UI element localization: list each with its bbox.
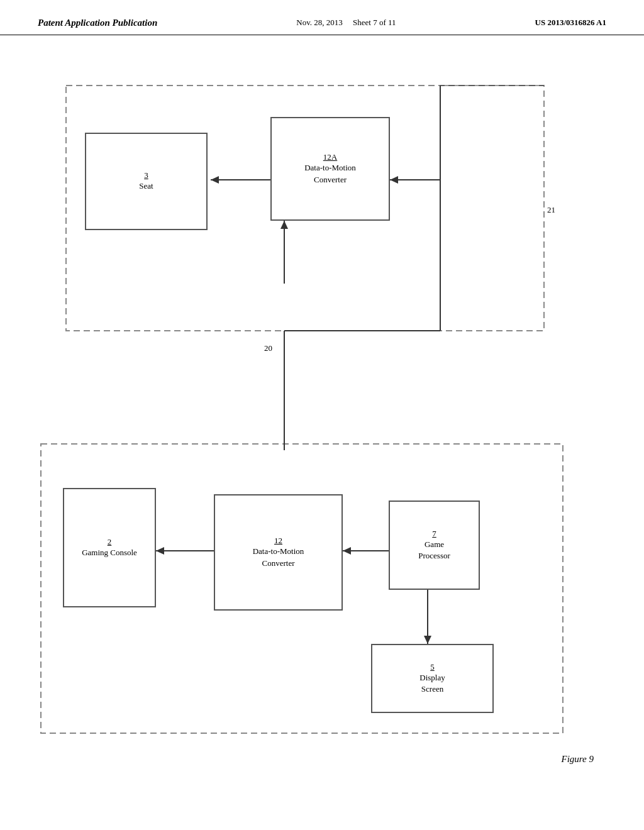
data-to-motion-lower-box: 12 Data-to-MotionConverter <box>214 494 343 611</box>
arrow-head-down-1 <box>424 636 431 644</box>
sheet-info: Sheet 7 of 11 <box>353 18 396 27</box>
diagram-area: 21 3 Seat 12A Data-to-MotionConverter 20… <box>0 35 644 815</box>
publication-number: US 2013/0316826 A1 <box>535 18 606 28</box>
seat-number: 3 <box>139 170 153 180</box>
arrow-head-left-3 <box>343 547 351 555</box>
gaming-console-box: 2 Gaming Console <box>63 488 156 607</box>
seat-box: 3 Seat <box>85 133 208 230</box>
arrow-head-left-1 <box>211 176 219 184</box>
publication-date: Nov. 28, 2013 <box>296 18 343 27</box>
display-screen-label: DisplayScreen <box>419 672 445 695</box>
game-processor-label: GameProcessor <box>418 539 450 562</box>
publication-title: Patent Application Publication <box>38 18 157 28</box>
display-screen-box: 5 DisplayScreen <box>371 644 494 713</box>
arrow-head-left-4 <box>156 547 164 555</box>
gaming-console-number: 2 <box>82 537 137 547</box>
label-20: 20 <box>264 343 272 353</box>
seat-label: Seat <box>139 180 153 192</box>
dtm-upper-number: 12A <box>304 152 356 162</box>
page-header: Patent Application Publication Nov. 28, … <box>0 0 644 35</box>
dtm-lower-label: Data-to-MotionConverter <box>253 546 304 568</box>
display-screen-number: 5 <box>419 662 445 672</box>
figure-label: Figure 9 <box>561 754 594 765</box>
dtm-upper-label: Data-to-MotionConverter <box>304 162 356 185</box>
publication-date-sheet: Nov. 28, 2013 Sheet 7 of 11 <box>296 18 396 28</box>
arrow-head-left-2 <box>390 176 398 184</box>
game-processor-box: 7 GameProcessor <box>389 501 480 590</box>
label-21: 21 <box>547 205 555 215</box>
gaming-console-label: Gaming Console <box>82 547 137 558</box>
data-to-motion-upper-box: 12A Data-to-MotionConverter <box>270 117 390 221</box>
dtm-lower-number: 12 <box>253 536 304 546</box>
game-processor-number: 7 <box>418 529 450 539</box>
arrow-head-up-1 <box>280 221 288 229</box>
